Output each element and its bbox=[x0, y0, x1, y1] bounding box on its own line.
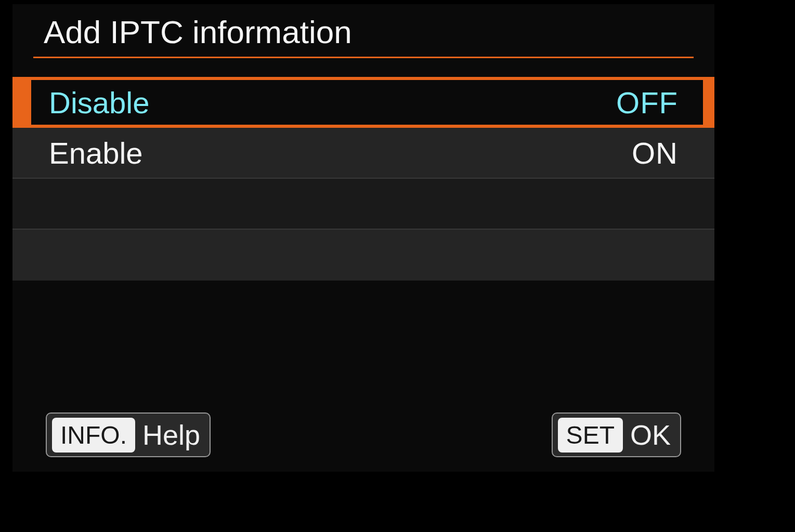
info-help-button[interactable]: INFO. Help bbox=[46, 413, 211, 457]
page-title: Add IPTC information bbox=[12, 4, 714, 50]
option-value: OFF bbox=[616, 85, 678, 120]
help-label: Help bbox=[142, 419, 200, 451]
menu-screen: Add IPTC information Disable OFF Enable … bbox=[12, 4, 714, 472]
option-label: Enable bbox=[49, 136, 143, 170]
set-button-label: SET bbox=[558, 418, 623, 453]
footer-bar: INFO. Help SET OK bbox=[46, 413, 681, 457]
option-label: Disable bbox=[49, 85, 149, 120]
ok-label: OK bbox=[630, 419, 671, 451]
options-list: Disable OFF Enable ON bbox=[12, 77, 714, 281]
info-button-label: INFO. bbox=[52, 418, 135, 453]
title-divider bbox=[33, 57, 694, 58]
set-ok-button[interactable]: SET OK bbox=[552, 413, 681, 457]
option-empty bbox=[12, 230, 714, 281]
option-enable[interactable]: Enable ON bbox=[12, 128, 714, 179]
option-disable[interactable]: Disable OFF bbox=[12, 77, 714, 128]
option-empty bbox=[12, 179, 714, 230]
option-value: ON bbox=[632, 136, 678, 170]
